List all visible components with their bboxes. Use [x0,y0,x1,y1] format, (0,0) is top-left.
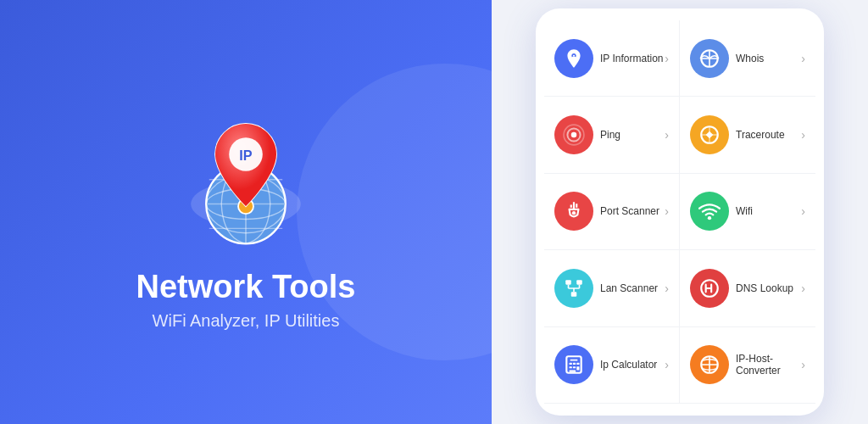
menu-item-wifi[interactable]: Wifi › [680,174,815,250]
menu-item-traceroute[interactable]: Traceroute › [680,97,815,173]
svg-rect-37 [570,366,572,368]
ip-calculator-chevron: › [665,358,669,371]
ip-calculator-icon [554,345,593,384]
port-scanner-icon [554,192,593,231]
app-subtitle: WiFi Analyzer, IP Utilities [153,311,340,331]
svg-rect-34 [570,363,572,365]
whois-chevron: › [801,52,805,65]
ping-icon [554,115,593,154]
ip-host-converter-label: IP-Host-Converter [736,353,801,377]
ip-information-label: IP Information [600,53,665,64]
svg-rect-26 [571,292,577,296]
svg-rect-35 [573,363,576,365]
dns-lookup-label: DNS Lookup [736,282,801,294]
ip-host-converter-icon [690,345,729,384]
whois-icon [690,39,729,78]
traceroute-chevron: › [801,128,805,142]
app-title: Network Tools [136,270,356,305]
menu-item-whois[interactable]: Whois › [680,20,815,97]
svg-point-22 [572,211,576,215]
whois-label: Whois [736,53,801,64]
svg-rect-12 [573,54,575,56]
hero-illustration: IP [170,93,322,246]
svg-rect-38 [573,366,576,368]
ip-information-icon [554,39,593,78]
svg-rect-36 [576,363,579,365]
lan-scanner-icon [554,269,593,308]
menu-item-port-scanner[interactable]: Port Scanner › [544,174,680,250]
ip-calculator-label: Ip Calculator [600,359,665,371]
wifi-label: Wifi [736,205,801,217]
left-panel: IP Network Tools WiFi Analyzer, IP Utili… [0,0,492,424]
menu-item-lan-scanner[interactable]: Lan Scanner › [544,250,680,326]
ping-label: Ping [600,129,665,141]
dns-lookup-chevron: › [801,282,805,295]
traceroute-icon [690,115,729,154]
menu-item-ping[interactable]: Ping › [544,97,680,173]
ip-host-converter-chevron: › [801,358,805,371]
wifi-chevron: › [801,204,805,218]
wifi-icon [690,192,729,231]
svg-rect-39 [576,366,579,370]
svg-point-16 [571,132,577,138]
svg-rect-25 [576,280,582,284]
traceroute-label: Traceroute [736,129,801,141]
phone-mockup: IP Information › Whois › Ping › [536,8,824,416]
svg-rect-24 [565,280,571,284]
port-scanner-label: Port Scanner [600,205,665,217]
svg-text:IP: IP [239,148,252,163]
menu-item-ip-host-converter[interactable]: IP-Host-Converter › [680,327,815,404]
svg-rect-40 [570,371,576,372]
menu-item-ip-calculator[interactable]: Ip Calculator › [544,327,680,404]
menu-item-ip-information[interactable]: IP Information › [544,20,680,97]
port-scanner-chevron: › [665,204,669,218]
dns-lookup-icon [690,269,729,308]
menu-item-dns-lookup[interactable]: DNS Lookup › [680,250,815,326]
menu-grid: IP Information › Whois › Ping › [544,20,815,404]
ping-chevron: › [665,128,669,142]
lan-scanner-label: Lan Scanner [600,282,665,294]
svg-point-23 [708,216,711,220]
svg-rect-11 [572,57,576,61]
ip-information-chevron: › [665,52,669,65]
lan-scanner-chevron: › [665,282,669,295]
right-panel: IP Information › Whois › Ping › [492,0,868,424]
